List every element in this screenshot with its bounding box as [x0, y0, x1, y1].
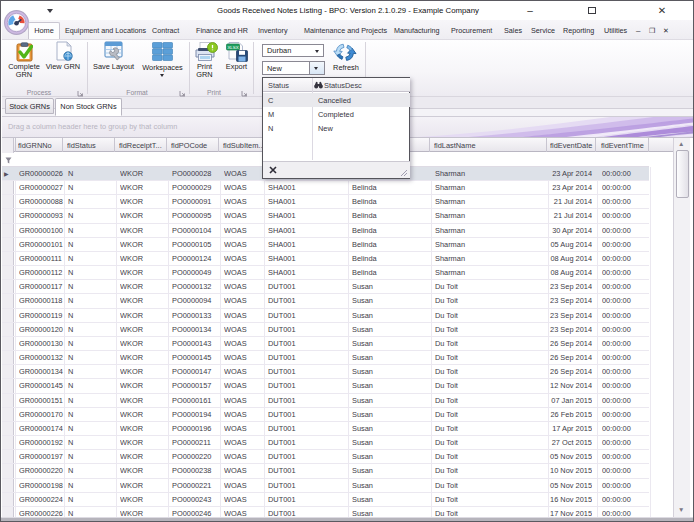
svg-text:XLSX: XLSX: [227, 45, 238, 50]
